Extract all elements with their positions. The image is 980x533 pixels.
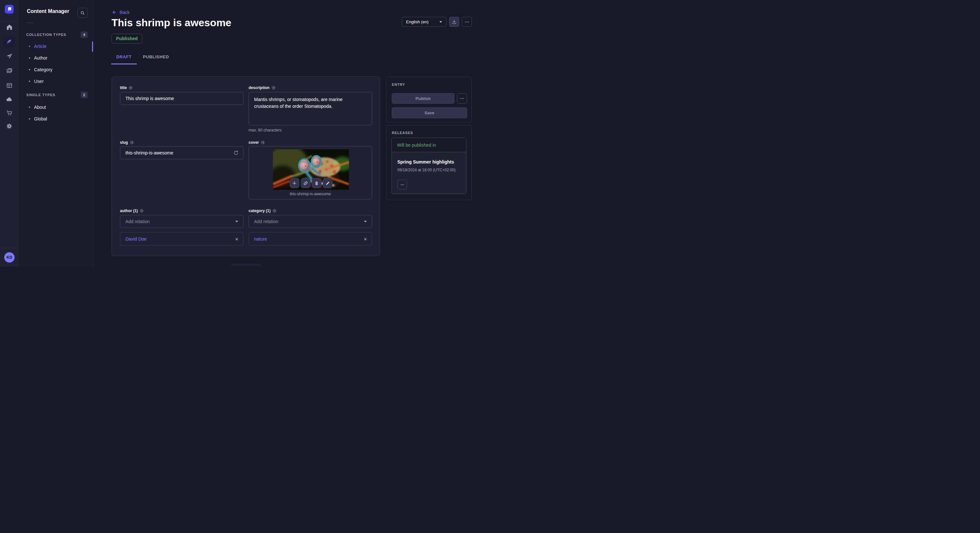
release-date: 09/18/2024 at 16:00 (UTC+02:00)	[397, 168, 456, 172]
description-field-label: description	[248, 86, 275, 90]
sidebar-item-label: Author	[34, 56, 47, 60]
sidebar-item-label: Global	[34, 116, 47, 121]
media-library-icon	[6, 68, 13, 74]
section-count-badge: 2	[81, 92, 88, 98]
author-relation-combobox[interactable]: Add relation	[120, 215, 243, 228]
ellipsis-icon	[400, 182, 404, 187]
close-icon	[235, 237, 239, 241]
sidebar-item-article[interactable]: Article	[19, 40, 93, 52]
delete-media-button[interactable]	[312, 178, 321, 188]
slug-field-wrap	[120, 146, 243, 159]
publish-button[interactable]: Publish	[392, 93, 454, 104]
remove-relation-button[interactable]	[235, 237, 239, 241]
sidebar-item-global[interactable]: Global	[19, 113, 93, 125]
author-relation-item: David Doe	[120, 232, 243, 246]
home-nav-button[interactable]	[0, 21, 19, 34]
rail-divider	[0, 248, 18, 248]
edit-media-button[interactable]	[323, 178, 332, 188]
copy-link-button[interactable]	[301, 178, 310, 188]
cover-filename: this-shrimp-is-awesome	[249, 192, 372, 196]
back-link[interactable]: Back	[112, 10, 130, 15]
content-type-builder-nav-button[interactable]	[0, 79, 19, 92]
description-hint: max. 80 characters	[248, 128, 282, 132]
ellipsis-icon	[465, 19, 469, 25]
add-media-button[interactable]	[290, 178, 299, 188]
bullet-icon	[29, 118, 30, 119]
entry-more-button[interactable]	[457, 93, 467, 104]
globe-icon	[261, 141, 265, 144]
version-tabs: DRAFT PUBLISHED	[111, 51, 174, 65]
bullet-icon	[29, 69, 30, 70]
marketplace-nav-button[interactable]	[0, 106, 19, 119]
refresh-icon	[233, 150, 239, 155]
locale-select[interactable]: English (en)	[402, 17, 447, 27]
category-field-label: category (1)	[248, 209, 277, 213]
combobox-placeholder: Add relation	[126, 219, 150, 224]
tab-draft[interactable]: DRAFT	[111, 51, 137, 65]
slug-field-label: slug	[120, 140, 134, 145]
user-avatar[interactable]: KD	[4, 252, 14, 263]
section-label: COLLECTION TYPES	[26, 33, 66, 36]
sidebar-item-about[interactable]: About	[19, 102, 93, 113]
sidebar-item-label: About	[34, 105, 46, 110]
status-badge: Published	[111, 34, 142, 43]
media-library-nav-button[interactable]	[0, 65, 19, 78]
section-count-badge: 4	[81, 32, 88, 38]
single-types-header: SINGLE TYPES 2	[26, 91, 88, 98]
globe-icon	[140, 209, 143, 213]
deploy-nav-button[interactable]	[0, 50, 19, 63]
slug-input[interactable]	[120, 146, 243, 159]
sidebar-title: Content Manager	[27, 8, 69, 14]
author-field-label: author (1)	[120, 209, 143, 213]
collapsed-section-pill[interactable]	[231, 264, 262, 266]
trash-icon	[314, 181, 319, 186]
globe-icon	[130, 141, 134, 144]
release-title: Spring Summer highlights	[397, 159, 454, 165]
relation-link[interactable]: nature	[254, 236, 267, 241]
more-actions-button[interactable]	[462, 17, 472, 27]
search-button[interactable]	[78, 8, 88, 18]
chevron-down-icon	[364, 220, 367, 223]
title-input[interactable]	[120, 92, 243, 105]
releases-panel: RELEASES Will be published in Spring Sum…	[386, 125, 472, 200]
field-label-text: slug	[120, 140, 128, 145]
chevron-down-icon	[439, 21, 442, 23]
sidebar-item-label: Article	[34, 44, 47, 49]
settings-nav-button[interactable]	[0, 119, 19, 132]
sidebar-item-author[interactable]: Author	[19, 52, 93, 64]
feather-icon	[6, 38, 12, 45]
description-textarea[interactable]: Mantis shrimps, or stomatopods, are mari…	[248, 92, 372, 125]
content-manager-nav-button[interactable]	[3, 36, 15, 48]
regenerate-slug-button[interactable]	[232, 149, 240, 156]
entry-form-panel: title description Mantis shrimps, or sto…	[111, 76, 380, 256]
export-button[interactable]	[449, 17, 459, 27]
header-actions: English (en)	[402, 17, 472, 27]
category-relation-combobox[interactable]: Add relation	[248, 215, 372, 228]
single-types-list: About Global	[19, 102, 93, 125]
bullet-icon	[29, 81, 30, 82]
cover-action-toolbar	[290, 178, 332, 188]
cloud-icon	[6, 96, 13, 103]
search-icon	[80, 11, 85, 15]
tab-published[interactable]: PUBLISHED	[138, 51, 174, 65]
remove-relation-button[interactable]	[364, 237, 367, 241]
cover-field-label: cover	[248, 140, 265, 145]
collection-types-header: COLLECTION TYPES 4	[26, 31, 88, 38]
save-button[interactable]: Save	[392, 108, 467, 118]
sidebar-item-user[interactable]: User	[19, 75, 93, 87]
sidebar-item-category[interactable]: Category	[19, 64, 93, 75]
locale-select-value: English (en)	[406, 19, 428, 24]
field-label-text: description	[248, 86, 270, 90]
globe-icon	[129, 86, 132, 90]
plus-icon	[292, 181, 297, 186]
cover-image	[273, 149, 349, 190]
back-label: Back	[119, 10, 130, 15]
strapi-logo[interactable]	[5, 5, 14, 14]
release-more-button[interactable]	[397, 180, 407, 189]
cover-field: this-shrimp-is-awesome	[248, 146, 372, 200]
globe-icon	[272, 86, 275, 90]
cloud-nav-button[interactable]	[0, 93, 19, 106]
relation-link[interactable]: David Doe	[126, 236, 146, 241]
field-label-text: cover	[248, 140, 259, 145]
bullet-icon	[29, 57, 30, 59]
